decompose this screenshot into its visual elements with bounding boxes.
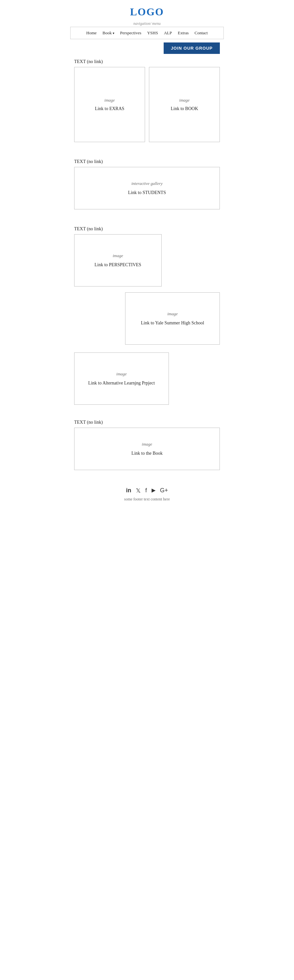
section1-image-2: image bbox=[180, 98, 190, 103]
nav-bar: Home Book Perspectives YSHS ALP Extras C… bbox=[70, 27, 224, 39]
social-youtube-icon[interactable]: ▶ bbox=[152, 487, 156, 494]
social-facebook-icon[interactable]: f bbox=[145, 487, 147, 494]
section5-text-label: TEXT (no link) bbox=[70, 417, 224, 428]
section1-box-book[interactable]: image Link to BOOK bbox=[149, 67, 220, 142]
section5-full-container: image Link to the Book bbox=[70, 428, 224, 478]
link-to-perspectives[interactable]: Link to PERSPECTIVES bbox=[94, 262, 141, 267]
social-linkedin-icon[interactable]: in bbox=[126, 487, 131, 494]
link-to-students[interactable]: Link to STUDENTS bbox=[128, 190, 166, 195]
section2-text-label: TEXT (no link) bbox=[70, 156, 224, 167]
section3-image-1: image bbox=[113, 253, 123, 258]
section2-box-students[interactable]: interactive gallery Link to STUDENTS bbox=[74, 167, 220, 209]
link-to-yale-summer[interactable]: Link to Yale Summer High School bbox=[141, 320, 204, 326]
section1-box-exras[interactable]: image Link to EXRAS bbox=[74, 67, 145, 142]
link-to-the-book[interactable]: Link to the Book bbox=[131, 451, 162, 456]
logo: LOGO bbox=[130, 6, 164, 18]
section1-image-1: image bbox=[105, 98, 115, 103]
logo-area: LOGO bbox=[70, 0, 224, 20]
join-button[interactable]: JOIN OUR GROUP bbox=[164, 43, 220, 54]
link-to-book[interactable]: Link to BOOK bbox=[171, 106, 198, 111]
nav-home[interactable]: Home bbox=[86, 30, 97, 36]
nav-perspectives[interactable]: Perspectives bbox=[120, 30, 141, 36]
section1-two-col: image Link to EXRAS image Link to BOOK bbox=[70, 67, 224, 150]
link-to-alp[interactable]: Link to Alternative Learnjng Prpject bbox=[88, 380, 155, 386]
link-to-exras[interactable]: Link to EXRAS bbox=[95, 106, 124, 111]
section5-image: image bbox=[142, 442, 152, 447]
section3-image-2: image bbox=[167, 311, 178, 317]
section3-partial-left: image Link to PERSPECTIVES bbox=[70, 234, 224, 286]
section4-box-alp[interactable]: image Link to Alternative Learnjng Prpje… bbox=[74, 353, 169, 405]
section1-text-label: TEXT (no link) bbox=[70, 56, 224, 67]
section5-box-book[interactable]: image Link to the Book bbox=[74, 428, 220, 470]
nav-contact[interactable]: Contact bbox=[195, 30, 208, 36]
nav-extras[interactable]: Extras bbox=[178, 30, 189, 36]
nav-yshs[interactable]: YSHS bbox=[147, 30, 158, 36]
footer-social: in 𝕏 f ▶ G+ bbox=[70, 478, 224, 497]
section4-partial-left: image Link to Alternative Learnjng Prpje… bbox=[70, 353, 224, 405]
section3-box-perspectives[interactable]: image Link to PERSPECTIVES bbox=[74, 234, 162, 286]
footer-text: some footer text content here bbox=[70, 497, 224, 508]
nav-label: navigation/ menu bbox=[70, 20, 224, 27]
social-googleplus-icon[interactable]: G+ bbox=[160, 487, 168, 494]
section3-text-label: TEXT (no link) bbox=[70, 223, 224, 234]
section3-box-yshs[interactable]: image Link to Yale Summer High School bbox=[125, 293, 220, 345]
section4-image: image bbox=[116, 371, 127, 377]
section3-partial-right: image Link to Yale Summer High School bbox=[70, 293, 224, 353]
section2-full-container: interactive gallery Link to STUDENTS bbox=[70, 167, 224, 217]
nav-alp[interactable]: ALP bbox=[164, 30, 172, 36]
nav-book[interactable]: Book bbox=[103, 30, 114, 36]
social-twitter-icon[interactable]: 𝕏 bbox=[136, 487, 141, 494]
section2-image: interactive gallery bbox=[131, 181, 163, 186]
join-btn-container: JOIN OUR GROUP bbox=[70, 39, 224, 56]
